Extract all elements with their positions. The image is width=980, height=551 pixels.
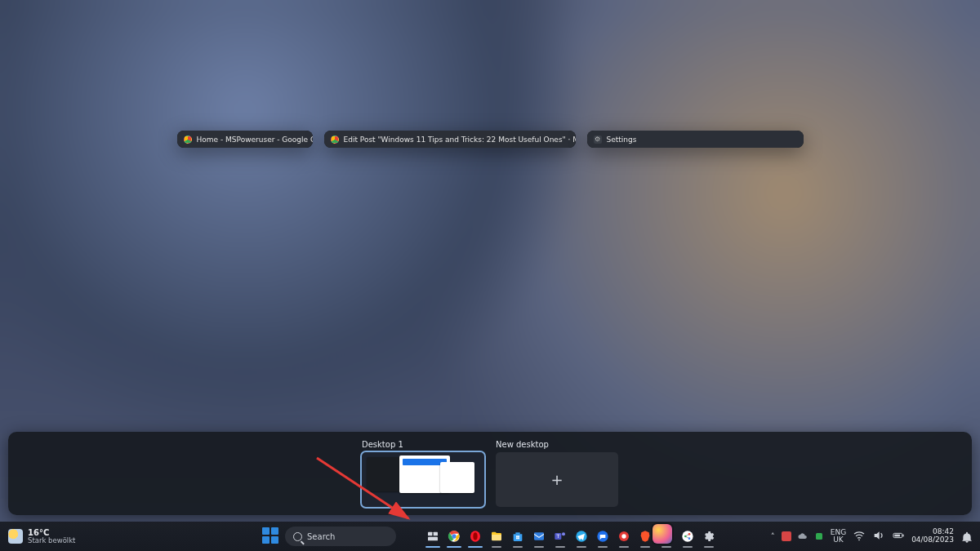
tray-app-icon[interactable] xyxy=(782,531,791,541)
svg-text:T: T xyxy=(555,533,559,539)
svg-point-19 xyxy=(621,534,626,538)
onedrive-icon[interactable] xyxy=(798,531,808,541)
svg-rect-11 xyxy=(518,537,519,539)
taskbar-app-record[interactable] xyxy=(615,527,633,545)
taskbar-weather-widget[interactable]: 16°C Stark bewölkt xyxy=(0,529,83,544)
tray-overflow-chevron[interactable]: ˄ xyxy=(771,532,775,541)
virtual-desktop-1[interactable]: Desktop 1 xyxy=(362,440,484,507)
svg-rect-29 xyxy=(894,535,900,537)
taskbar-app-telegram[interactable] xyxy=(572,527,590,545)
virtual-desktops-bar: Desktop 1 New desktop + xyxy=(8,432,972,515)
desktop-thumbnail xyxy=(362,452,484,507)
search-icon xyxy=(293,532,302,541)
copilot-button[interactable] xyxy=(653,524,672,544)
taskbar-app-chat[interactable] xyxy=(594,527,612,545)
svg-rect-1 xyxy=(428,532,432,536)
taskbar-app-opera[interactable] xyxy=(466,527,484,545)
svg-point-21 xyxy=(682,531,693,541)
svg-rect-26 xyxy=(816,533,822,540)
taskbar: 16°C Stark bewölkt Search T ˄ ENG UK xyxy=(0,522,980,551)
settings-icon xyxy=(594,136,602,144)
window-titlebar: Edit Post "Windows 11 Tips and Tricks: 2… xyxy=(324,131,576,148)
battery-icon[interactable] xyxy=(892,529,905,544)
svg-point-5 xyxy=(452,534,456,538)
weather-desc: Stark bewölkt xyxy=(28,537,75,544)
window-titlebar: Settings xyxy=(587,131,804,148)
chrome-icon xyxy=(331,136,339,144)
chrome-icon xyxy=(184,136,192,144)
taskbar-app-mail[interactable] xyxy=(530,527,548,545)
tray-app-icon[interactable] xyxy=(814,531,824,541)
svg-point-7 xyxy=(473,532,477,540)
weather-icon xyxy=(8,529,23,544)
desktop-label: Desktop 1 xyxy=(362,440,484,449)
svg-point-15 xyxy=(562,532,565,535)
svg-point-27 xyxy=(858,539,860,540)
system-tray xyxy=(782,531,824,541)
taskbar-app-file-explorer[interactable] xyxy=(488,527,506,545)
svg-rect-12 xyxy=(534,532,544,540)
window-titlebar: Home - MSPoweruser - Google Chrome xyxy=(177,131,313,148)
taskbar-center: Search T xyxy=(262,527,718,546)
task-view-window-settings[interactable]: Settings Personalisation › Taskbar xyxy=(587,131,804,148)
taskbar-app-brave[interactable] xyxy=(636,527,654,545)
window-title: Home - MSPoweruser - Google Chrome xyxy=(197,136,313,144)
svg-rect-30 xyxy=(902,535,903,537)
task-view-window-chrome-editor[interactable]: Edit Post "Windows 11 Tips and Tricks: 2… xyxy=(324,131,576,148)
taskbar-app-teams[interactable]: T xyxy=(551,527,569,545)
svg-rect-9 xyxy=(518,535,519,537)
language-indicator[interactable]: ENG UK xyxy=(831,529,846,544)
taskbar-app-chrome[interactable] xyxy=(445,527,463,545)
svg-rect-8 xyxy=(516,535,518,537)
volume-icon[interactable] xyxy=(872,529,885,544)
plus-icon: + xyxy=(550,471,563,488)
new-desktop-button[interactable]: New desktop + xyxy=(496,440,618,507)
notifications-icon[interactable] xyxy=(960,531,972,542)
new-desktop-label: New desktop xyxy=(496,440,618,449)
taskbar-search[interactable]: Search xyxy=(285,527,396,546)
svg-rect-3 xyxy=(428,537,438,541)
taskbar-app-share[interactable] xyxy=(679,527,697,545)
svg-rect-2 xyxy=(434,532,438,536)
task-view-window-chrome-home[interactable]: Home - MSPoweruser - Google Chrome xyxy=(177,131,313,148)
window-title: Settings xyxy=(607,136,637,144)
taskbar-app-settings[interactable] xyxy=(700,527,718,545)
taskbar-right: ˄ ENG UK 08:42 04/08/2023 xyxy=(763,528,980,544)
windows-logo-icon xyxy=(262,527,280,545)
start-button[interactable] xyxy=(262,527,280,545)
search-placeholder: Search xyxy=(307,532,335,541)
svg-rect-10 xyxy=(516,537,518,539)
taskbar-clock[interactable]: 08:42 04/08/2023 xyxy=(911,528,954,544)
wifi-icon[interactable] xyxy=(853,529,866,544)
task-view-window-row: Home - MSPoweruser - Google Chrome Edit … xyxy=(0,131,980,148)
taskbar-app-microsoft-store[interactable] xyxy=(509,527,527,545)
taskbar-app-task-view[interactable] xyxy=(424,527,442,545)
window-title: Edit Post "Windows 11 Tips and Tricks: 2… xyxy=(344,136,576,144)
